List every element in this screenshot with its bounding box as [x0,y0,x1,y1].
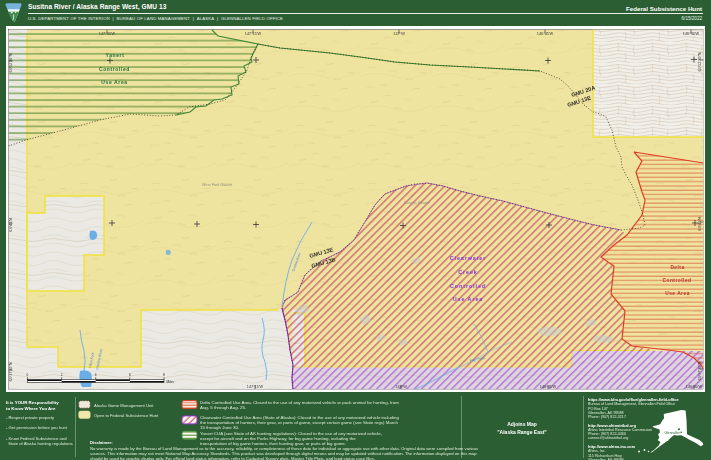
svg-text:Controlled: Controlled [450,283,486,289]
svg-text:147°15'W: 147°15'W [245,32,262,36]
svg-text:Use Area: Use Area [665,291,690,296]
svg-text:Susitna Glacier: Susitna Glacier [404,201,430,205]
svg-text:Clearwater: Clearwater [450,255,487,261]
svg-text:147°W: 147°W [393,32,405,36]
svg-text:146°30'W: 146°30'W [686,385,703,389]
svg-text:8: 8 [163,373,165,377]
svg-text:Creek: Creek [458,269,478,275]
svg-text:146°45'W: 146°45'W [540,385,557,389]
svg-text:146°45'W: 146°45'W [537,32,554,36]
svg-text:Controlled: Controlled [663,278,692,283]
svg-text:Glennallen: Glennallen [665,431,681,435]
svg-text:63°52'30"N: 63°52'30"N [9,53,13,72]
svg-text:4: 4 [95,373,97,377]
svg-text:147°30'W: 147°30'W [99,32,116,36]
svg-text:63°37'30"N: 63°37'30"N [9,362,13,381]
svg-text:147°W: 147°W [395,385,407,389]
svg-text:147°15'W: 147°15'W [247,385,264,389]
svg-text:63°52'30"N: 63°52'30"N [698,52,702,71]
svg-text:Use Area: Use Area [101,79,127,85]
svg-text:West Fork Glacier: West Fork Glacier [202,183,233,187]
svg-text:Controlled: Controlled [99,66,130,72]
svg-text:Delta: Delta [670,265,684,270]
svg-text:63°45'N: 63°45'N [9,218,13,232]
svg-text:63°45'N: 63°45'N [698,217,702,231]
svg-text:Yanert: Yanert [106,52,125,58]
svg-text:6: 6 [129,373,131,377]
svg-text:Use Area: Use Area [453,296,483,302]
svg-text:2: 2 [61,373,63,377]
svg-text:146°30'W: 146°30'W [683,32,700,36]
svg-text:0: 0 [27,373,29,377]
svg-text:Miles: Miles [167,380,175,384]
svg-text:63°37'30"N: 63°37'30"N [698,361,702,380]
